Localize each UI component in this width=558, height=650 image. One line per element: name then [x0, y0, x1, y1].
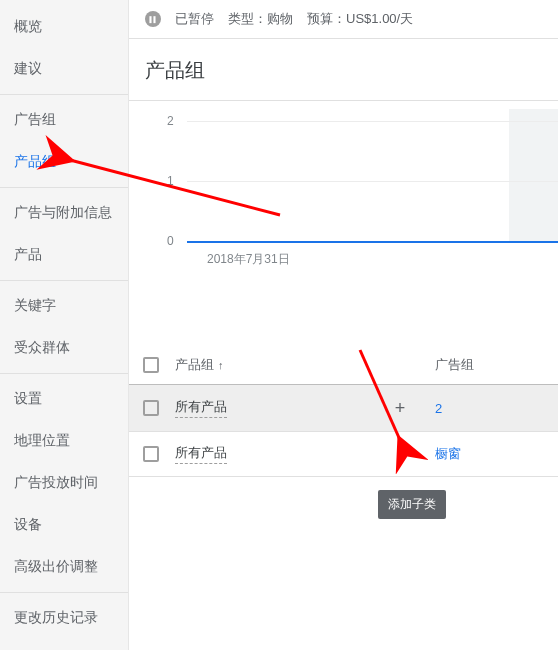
- pause-icon: [145, 11, 161, 27]
- divider: [0, 187, 128, 188]
- sidebar-item-settings[interactable]: 设置: [0, 378, 128, 420]
- sidebar-item-productgroups[interactable]: 产品组: [0, 141, 128, 183]
- sidebar-item-bid-adjustments[interactable]: 高级出价调整: [0, 546, 128, 588]
- row-checkbox[interactable]: [143, 446, 159, 462]
- page-header: 产品组: [129, 39, 558, 101]
- select-all-checkbox[interactable]: [143, 357, 159, 373]
- sidebar-item-recommendations[interactable]: 建议: [0, 48, 128, 90]
- add-subdivision-button[interactable]: +: [389, 397, 411, 419]
- column-header-adgroup[interactable]: 广告组: [435, 356, 515, 374]
- grid-line: [187, 181, 558, 182]
- page-title: 产品组: [145, 57, 542, 84]
- y-tick: 1: [167, 174, 174, 188]
- table-header-row: 产品组 ↑ 广告组: [129, 346, 558, 385]
- divider: [0, 94, 128, 95]
- sidebar-item-change-history[interactable]: 更改历史记录: [0, 597, 128, 639]
- grid-line: [187, 121, 558, 122]
- divider: [0, 280, 128, 281]
- type-field: 类型：购物: [228, 10, 293, 28]
- divider: [0, 592, 128, 593]
- chart-band: [509, 109, 558, 241]
- y-tick: 0: [167, 234, 174, 248]
- table-row[interactable]: 所有产品 + 2: [129, 385, 558, 432]
- adgroup-link[interactable]: 橱窗: [435, 446, 461, 461]
- product-group-table: 产品组 ↑ 广告组 所有产品 + 2: [129, 346, 558, 477]
- sidebar-item-schedule[interactable]: 广告投放时间: [0, 462, 128, 504]
- sidebar-item-adgroups[interactable]: 广告组: [0, 99, 128, 141]
- sidebar-item-audiences[interactable]: 受众群体: [0, 327, 128, 369]
- sidebar-item-products[interactable]: 产品: [0, 234, 128, 276]
- main-content: 已暂停 类型：购物 预算：US$1.00/天 产品组 2 1 0 2018年7月…: [129, 0, 558, 650]
- divider: [0, 373, 128, 374]
- product-group-label[interactable]: 所有产品: [175, 444, 227, 464]
- campaign-topbar: 已暂停 类型：购物 预算：US$1.00/天: [129, 0, 558, 39]
- y-tick: 2: [167, 114, 174, 128]
- sort-arrow-icon: ↑: [218, 359, 224, 371]
- row-checkbox[interactable]: [143, 400, 159, 416]
- sidebar-item-keywords[interactable]: 关键字: [0, 285, 128, 327]
- sidebar-item-locations[interactable]: 地理位置: [0, 420, 128, 462]
- sidebar: 概览 建议 广告组 产品组 广告与附加信息 产品 关键字 受众群体 设置 地理位…: [0, 0, 129, 650]
- sidebar-item-devices[interactable]: 设备: [0, 504, 128, 546]
- column-header-product[interactable]: 产品组 ↑: [175, 356, 365, 374]
- table-row[interactable]: 所有产品 橱窗: [129, 432, 558, 477]
- sidebar-item-overview[interactable]: 概览: [0, 6, 128, 48]
- status-text: 已暂停: [175, 10, 214, 28]
- tooltip: 添加子类: [378, 490, 446, 519]
- product-group-label[interactable]: 所有产品: [175, 398, 227, 418]
- x-tick-label: 2018年7月31日: [207, 251, 290, 268]
- sidebar-item-ads-extensions[interactable]: 广告与附加信息: [0, 192, 128, 234]
- chart: 2 1 0 2018年7月31日: [129, 101, 558, 276]
- budget-field: 预算：US$1.00/天: [307, 10, 413, 28]
- chart-line: [187, 241, 558, 243]
- adgroup-count-link[interactable]: 2: [435, 401, 442, 416]
